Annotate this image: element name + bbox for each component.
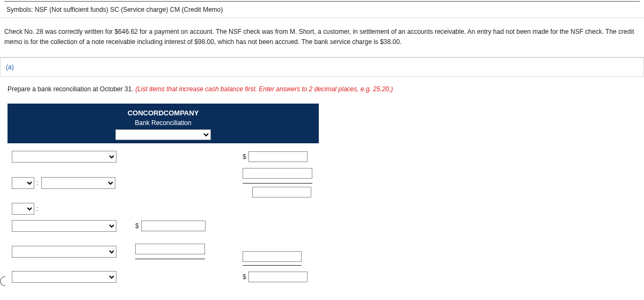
instruction: Prepare a bank reconciliation at October… [0, 77, 644, 98]
instruction-prefix: Prepare a bank reconciliation at October… [8, 85, 135, 93]
line4-amount-input[interactable] [141, 221, 206, 231]
line1-amount-input[interactable] [248, 151, 308, 162]
colon-2: : [36, 205, 38, 213]
line5-subtotal-input[interactable] [243, 251, 302, 262]
line2-item-select[interactable] [41, 177, 115, 189]
line6-account-select[interactable] [12, 271, 116, 283]
subtotal-rule-1 [243, 183, 312, 184]
subtotal-rule-3 [243, 265, 302, 266]
document-title: Bank Reconciliation [8, 119, 319, 127]
company-name: CONCORDCOMPANY [8, 109, 319, 117]
dollar-sign-3: $ [243, 273, 246, 281]
problem-text: Check No. 28 was correctly written for $… [0, 18, 644, 57]
subtotal-rule-2 [135, 259, 205, 259]
line6-amount-input[interactable] [248, 272, 308, 282]
dollar-sign: $ [243, 153, 246, 160]
hint-handle[interactable] [0, 276, 5, 286]
line1-account-select[interactable] [12, 151, 116, 163]
dollar-sign-2: $ [135, 222, 139, 230]
line2-subtotal-input[interactable] [252, 187, 311, 197]
date-select[interactable] [115, 129, 211, 140]
symbols-legend: Symbols: NSF (Not sufficient funds) SC (… [0, 2, 644, 18]
line2-amount-input[interactable] [243, 168, 312, 179]
instruction-hint: (List items that increase cash balance f… [135, 85, 393, 93]
part-label-a: (a) [1, 58, 643, 76]
line5-account-select[interactable] [12, 246, 116, 258]
line3-addless-select[interactable] [12, 203, 34, 215]
line5-amount-input[interactable] [135, 244, 205, 254]
line2-addless-select[interactable] [12, 177, 34, 189]
line4-account-select[interactable] [12, 220, 116, 232]
colon-1: : [36, 179, 38, 187]
reconciliation-header: CONCORDCOMPANY Bank Reconciliation [8, 104, 319, 143]
